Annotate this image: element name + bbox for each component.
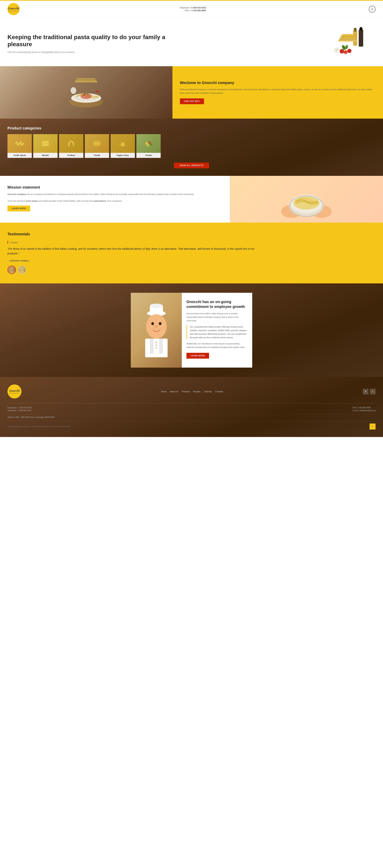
product-section: Product categories Fusilli, Spirali Merl… xyxy=(0,119,383,176)
pasta-bowl-hands xyxy=(280,176,333,223)
svg-point-68 xyxy=(155,342,157,343)
footer-social: f t xyxy=(363,389,376,394)
footer-top: Gnocchi ITALIAN PRODUCTS Home About Us P… xyxy=(7,384,376,403)
svg-rect-32 xyxy=(43,145,48,146)
svg-point-37 xyxy=(148,141,151,144)
hero-section: Keeping the traditional pasta quality to… xyxy=(0,18,383,66)
mission-text2: To be the premiere xyxy=(7,200,26,202)
svg-rect-31 xyxy=(43,143,48,144)
footer-nav-catering[interactable]: Catering xyxy=(204,391,212,393)
menu-button[interactable]: ☰ xyxy=(369,6,376,12)
footer-logo-sub: ITALIAN PRODUCTS xyxy=(9,393,20,394)
chef-face-illustration xyxy=(140,302,173,358)
svg-point-56 xyxy=(20,267,24,271)
learn-more-button-mission[interactable]: LEARN MORE xyxy=(7,206,30,211)
testimonial-date-row: 1 August xyxy=(7,241,376,244)
product-item-3[interactable]: Fusilloni xyxy=(59,134,83,158)
testimonial-quote: "For those of us reared in the tradition… xyxy=(7,247,265,256)
chef-title: Gnocchi has an on-going commitment to em… xyxy=(186,299,248,309)
testimonials-title: Testimonials xyxy=(7,232,376,236)
chef-body1: And promotion from within, while strivin… xyxy=(186,312,248,322)
footer-copyright: Taste and Flavour Company © 2013 All rig… xyxy=(7,426,71,428)
hero-title: Keeping the traditional pasta quality to… xyxy=(7,33,192,48)
learn-more-button-chef[interactable]: LEARN MORE xyxy=(186,353,209,359)
mission-body1: Gnocchi company has an on-going commitme… xyxy=(7,192,222,196)
footer-contact-left: Freephone: +1 800 559 6580 Telephone: +1… xyxy=(7,407,32,412)
svg-point-13 xyxy=(347,49,351,53)
footer-address-row: Address: 9863 - 9867 MB Road, Cambridge,… xyxy=(7,414,376,418)
svg-rect-6 xyxy=(338,40,357,41)
phone-number: +1 959 603 6035 xyxy=(190,6,206,9)
product-item-5[interactable]: Paglia e fieno xyxy=(111,134,135,158)
facebook-icon[interactable]: f xyxy=(363,389,369,394)
fax-number: + 1 504 889 9898 xyxy=(190,9,206,11)
svg-point-64 xyxy=(154,325,158,328)
mission-bold2: expectations xyxy=(93,200,106,202)
footer-nav-recipes[interactable]: Recipes xyxy=(193,391,201,393)
testimonial-avatars xyxy=(7,266,376,274)
svg-rect-9 xyxy=(341,35,354,37)
product-grid: Fusilli, Spirali Merletti Fusilloni Tort… xyxy=(7,134,376,158)
svg-point-55 xyxy=(9,271,14,274)
find-out-why-button[interactable]: FIND OUT WHY xyxy=(180,98,204,104)
footer-bottom-row: Taste and Flavour Company © 2013 All rig… xyxy=(7,421,376,430)
scroll-up-button[interactable]: ↑ xyxy=(370,424,376,430)
chef-content-area: Gnocchi has an on-going commitment to em… xyxy=(182,293,252,368)
mission-image-area xyxy=(230,176,383,223)
product-section-title: Product categories xyxy=(7,126,376,130)
footer-telephone: Telephone: +1 800 603 6035 xyxy=(7,409,32,411)
product-img-4 xyxy=(85,134,109,153)
footer-nav-contacts[interactable]: Contacts xyxy=(215,391,223,393)
footer-address-label: Address: xyxy=(7,416,15,418)
footer-nav-products[interactable]: Products xyxy=(182,391,190,393)
menu-icon: ☰ xyxy=(371,8,374,11)
svg-rect-5 xyxy=(360,27,362,28)
svg-rect-3 xyxy=(359,30,363,46)
footer-logo-name: Gnocchi xyxy=(9,389,20,392)
product-label-2: Merletti xyxy=(33,153,58,158)
welcome-food-image xyxy=(0,66,172,119)
welcome-content: Weclome to Gnocchi company Pasta and Rav… xyxy=(172,66,383,119)
testimonial-author: — ANTHONY POWELL xyxy=(7,260,376,262)
avatar-2[interactable] xyxy=(18,266,26,274)
svg-point-23 xyxy=(87,94,89,95)
hero-text: Keeping the traditional pasta quality to… xyxy=(7,33,192,54)
footer: Gnocchi ITALIAN PRODUCTS Home About Us P… xyxy=(0,377,383,437)
svg-point-70 xyxy=(155,347,157,349)
product-item-6[interactable]: Trottole xyxy=(136,134,161,158)
footer-nav-about[interactable]: About Us xyxy=(170,391,178,393)
product-item-2[interactable]: Merletti xyxy=(33,134,58,158)
svg-point-12 xyxy=(344,50,348,54)
fax-label: FAX: xyxy=(185,9,189,11)
footer-fax: FAX:+1 800 889 9898 xyxy=(353,407,376,409)
product-item-4[interactable]: Tortelli xyxy=(85,134,109,158)
svg-rect-8 xyxy=(340,37,355,38)
svg-point-28 xyxy=(96,90,99,93)
svg-point-57 xyxy=(19,271,25,274)
logo-circle: Gnocchi ITALIAN PRODUCTS xyxy=(7,3,20,15)
logo-area: Gnocchi ITALIAN PRODUCTS xyxy=(7,3,20,15)
svg-rect-7 xyxy=(339,38,356,40)
show-all-products-button[interactable]: SHOW ALL PRODUCTS xyxy=(174,162,209,168)
testimonial-date: 1 August xyxy=(10,241,18,244)
header: Gnocchi ITALIAN PRODUCTS Telephone: +1 9… xyxy=(0,1,383,18)
footer-info: Freephone: +1 800 559 6580 Telephone: +1… xyxy=(7,403,376,412)
pasta-illustration xyxy=(327,27,376,61)
logo-name: Gnocchi xyxy=(8,7,19,10)
mission-text-area: Mission statement Gnocchi company has an… xyxy=(0,176,230,223)
welcome-body: Pasta and Ravioli Company is a diverse m… xyxy=(180,88,376,95)
mission-section: Mission statement Gnocchi company has an… xyxy=(0,176,383,223)
chef-quote-text: Our comprehensive Italian product offeri… xyxy=(190,325,248,339)
svg-point-39 xyxy=(147,144,149,147)
svg-point-11 xyxy=(340,49,344,54)
avatar-1[interactable] xyxy=(7,266,16,274)
welcome-title: Weclome to Gnocchi company xyxy=(180,81,376,85)
svg-rect-2 xyxy=(354,28,356,29)
twitter-icon[interactable]: t xyxy=(370,389,376,394)
svg-rect-35 xyxy=(94,143,100,145)
product-item-1[interactable]: Fusilli, Spirali xyxy=(7,134,32,158)
product-label-6: Trottole xyxy=(136,153,161,158)
mission-company: Gnocchi company xyxy=(7,193,26,195)
footer-nav-home[interactable]: Home xyxy=(161,391,167,393)
hero-image xyxy=(192,27,376,61)
